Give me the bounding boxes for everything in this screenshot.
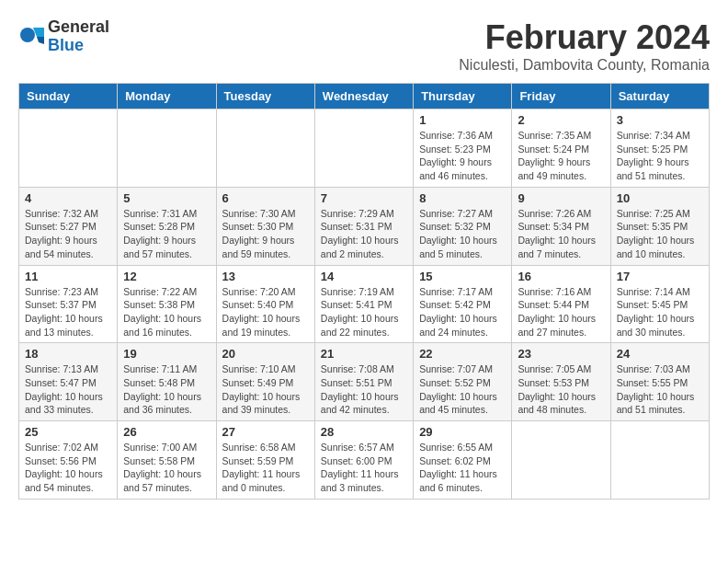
calendar-cell: 3Sunrise: 7:34 AM Sunset: 5:25 PM Daylig… — [610, 109, 709, 188]
day-number: 24 — [617, 347, 703, 361]
calendar-week-row: 11Sunrise: 7:23 AM Sunset: 5:37 PM Dayli… — [19, 265, 710, 343]
calendar-cell: 19Sunrise: 7:11 AM Sunset: 5:48 PM Dayli… — [118, 343, 216, 421]
day-info: Sunrise: 7:34 AM Sunset: 5:25 PM Dayligh… — [617, 129, 703, 183]
day-number: 12 — [123, 270, 210, 283]
calendar-cell: 23Sunrise: 7:05 AM Sunset: 5:53 PM Dayli… — [512, 343, 610, 421]
calendar-cell: 11Sunrise: 7:23 AM Sunset: 5:37 PM Dayli… — [19, 265, 118, 343]
day-number: 18 — [25, 347, 111, 361]
calendar-cell: 6Sunrise: 7:30 AM Sunset: 5:30 PM Daylig… — [216, 187, 314, 265]
calendar-cell: 15Sunrise: 7:17 AM Sunset: 5:42 PM Dayli… — [414, 265, 512, 343]
day-info: Sunrise: 7:30 AM Sunset: 5:30 PM Dayligh… — [222, 207, 309, 261]
logo-text: General Blue — [48, 18, 109, 55]
calendar-cell — [19, 109, 118, 188]
day-number: 20 — [222, 347, 309, 361]
svg-marker-2 — [37, 37, 44, 44]
day-number: 8 — [419, 191, 506, 205]
month-title: February 2024 — [459, 18, 710, 57]
day-info: Sunrise: 7:25 AM Sunset: 5:35 PM Dayligh… — [617, 207, 703, 261]
page-header: General Blue February 2024 Niculesti, Da… — [18, 18, 710, 74]
col-monday: Monday — [118, 84, 216, 109]
calendar-week-row: 4Sunrise: 7:32 AM Sunset: 5:27 PM Daylig… — [19, 187, 710, 265]
header-row: Sunday Monday Tuesday Wednesday Thursday… — [19, 84, 710, 109]
calendar-cell: 14Sunrise: 7:19 AM Sunset: 5:41 PM Dayli… — [314, 265, 413, 343]
day-info: Sunrise: 7:07 AM Sunset: 5:52 PM Dayligh… — [419, 362, 506, 417]
day-number: 4 — [25, 191, 111, 205]
day-number: 3 — [617, 113, 703, 127]
day-info: Sunrise: 7:16 AM Sunset: 5:44 PM Dayligh… — [518, 285, 604, 339]
calendar-cell: 24Sunrise: 7:03 AM Sunset: 5:55 PM Dayli… — [610, 343, 709, 421]
day-number: 13 — [222, 270, 309, 283]
day-number: 23 — [518, 347, 604, 361]
day-number: 7 — [321, 191, 407, 205]
calendar-cell: 20Sunrise: 7:10 AM Sunset: 5:49 PM Dayli… — [216, 343, 314, 421]
calendar-cell — [118, 109, 216, 188]
day-number: 21 — [321, 347, 407, 361]
calendar-week-row: 25Sunrise: 7:02 AM Sunset: 5:56 PM Dayli… — [19, 421, 710, 500]
calendar-cell: 4Sunrise: 7:32 AM Sunset: 5:27 PM Daylig… — [19, 187, 118, 265]
calendar-cell: 12Sunrise: 7:22 AM Sunset: 5:38 PM Dayli… — [118, 265, 216, 343]
calendar-cell: 13Sunrise: 7:20 AM Sunset: 5:40 PM Dayli… — [216, 265, 314, 343]
logo-blue: Blue — [48, 37, 109, 55]
logo-general: General — [48, 18, 109, 37]
calendar-cell: 26Sunrise: 7:00 AM Sunset: 5:58 PM Dayli… — [118, 421, 216, 500]
day-number: 17 — [617, 270, 703, 283]
logo-icon — [18, 24, 44, 50]
day-number: 26 — [123, 425, 210, 439]
calendar-cell: 29Sunrise: 6:55 AM Sunset: 6:02 PM Dayli… — [414, 421, 512, 500]
day-info: Sunrise: 7:31 AM Sunset: 5:28 PM Dayligh… — [123, 207, 210, 261]
col-saturday: Saturday — [610, 84, 709, 109]
day-number: 10 — [617, 191, 703, 205]
day-info: Sunrise: 7:32 AM Sunset: 5:27 PM Dayligh… — [25, 207, 111, 261]
day-info: Sunrise: 7:13 AM Sunset: 5:47 PM Dayligh… — [25, 362, 111, 417]
calendar-cell: 25Sunrise: 7:02 AM Sunset: 5:56 PM Dayli… — [19, 421, 118, 500]
day-number: 9 — [518, 191, 604, 205]
day-number: 5 — [123, 191, 210, 205]
day-number: 25 — [25, 425, 111, 439]
day-info: Sunrise: 7:14 AM Sunset: 5:45 PM Dayligh… — [617, 285, 703, 339]
day-info: Sunrise: 7:26 AM Sunset: 5:34 PM Dayligh… — [518, 207, 604, 261]
calendar-cell: 2Sunrise: 7:35 AM Sunset: 5:24 PM Daylig… — [512, 109, 610, 188]
day-info: Sunrise: 7:17 AM Sunset: 5:42 PM Dayligh… — [419, 285, 506, 339]
day-info: Sunrise: 7:27 AM Sunset: 5:32 PM Dayligh… — [419, 207, 506, 261]
location-subtitle: Niculesti, Dambovita County, Romania — [459, 57, 710, 74]
calendar-cell — [512, 421, 610, 500]
calendar-cell: 7Sunrise: 7:29 AM Sunset: 5:31 PM Daylig… — [314, 187, 413, 265]
calendar-cell — [216, 109, 314, 188]
calendar-cell: 21Sunrise: 7:08 AM Sunset: 5:51 PM Dayli… — [314, 343, 413, 421]
day-info: Sunrise: 7:00 AM Sunset: 5:58 PM Dayligh… — [123, 441, 210, 495]
calendar-cell: 1Sunrise: 7:36 AM Sunset: 5:23 PM Daylig… — [414, 109, 512, 188]
day-info: Sunrise: 7:23 AM Sunset: 5:37 PM Dayligh… — [25, 285, 111, 339]
calendar-cell: 22Sunrise: 7:07 AM Sunset: 5:52 PM Dayli… — [414, 343, 512, 421]
calendar-cell: 8Sunrise: 7:27 AM Sunset: 5:32 PM Daylig… — [414, 187, 512, 265]
day-number: 14 — [321, 270, 407, 283]
day-number: 16 — [518, 270, 604, 283]
day-number: 28 — [321, 425, 407, 439]
col-thursday: Thursday — [414, 84, 512, 109]
calendar-week-row: 18Sunrise: 7:13 AM Sunset: 5:47 PM Dayli… — [19, 343, 710, 421]
title-section: February 2024 Niculesti, Dambovita Count… — [459, 18, 710, 74]
logo: General Blue — [18, 18, 109, 55]
day-info: Sunrise: 7:03 AM Sunset: 5:55 PM Dayligh… — [617, 362, 703, 417]
col-tuesday: Tuesday — [216, 84, 314, 109]
col-sunday: Sunday — [19, 84, 118, 109]
calendar-cell: 16Sunrise: 7:16 AM Sunset: 5:44 PM Dayli… — [512, 265, 610, 343]
calendar-cell: 17Sunrise: 7:14 AM Sunset: 5:45 PM Dayli… — [610, 265, 709, 343]
day-info: Sunrise: 7:10 AM Sunset: 5:49 PM Dayligh… — [222, 362, 309, 417]
col-wednesday: Wednesday — [314, 84, 413, 109]
day-info: Sunrise: 7:20 AM Sunset: 5:40 PM Dayligh… — [222, 285, 309, 339]
calendar-cell — [314, 109, 413, 188]
day-info: Sunrise: 7:35 AM Sunset: 5:24 PM Dayligh… — [518, 129, 604, 183]
day-info: Sunrise: 7:05 AM Sunset: 5:53 PM Dayligh… — [518, 362, 604, 417]
day-number: 6 — [222, 191, 309, 205]
calendar-week-row: 1Sunrise: 7:36 AM Sunset: 5:23 PM Daylig… — [19, 109, 710, 188]
day-info: Sunrise: 6:57 AM Sunset: 6:00 PM Dayligh… — [321, 441, 407, 495]
day-number: 15 — [419, 270, 506, 283]
day-info: Sunrise: 7:36 AM Sunset: 5:23 PM Dayligh… — [419, 129, 506, 183]
day-number: 1 — [419, 113, 506, 127]
day-number: 11 — [25, 270, 111, 283]
calendar-cell: 27Sunrise: 6:58 AM Sunset: 5:59 PM Dayli… — [216, 421, 314, 500]
day-number: 27 — [222, 425, 309, 439]
day-info: Sunrise: 6:55 AM Sunset: 6:02 PM Dayligh… — [419, 441, 506, 495]
day-info: Sunrise: 7:11 AM Sunset: 5:48 PM Dayligh… — [123, 362, 210, 417]
day-info: Sunrise: 7:22 AM Sunset: 5:38 PM Dayligh… — [123, 285, 210, 339]
